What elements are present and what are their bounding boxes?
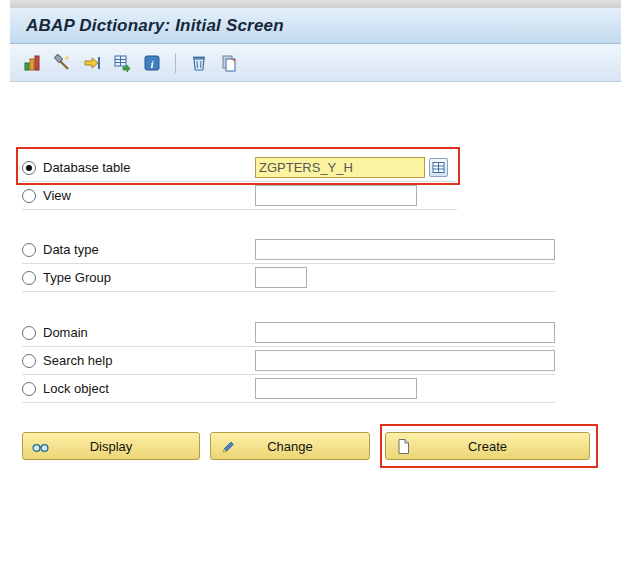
- label-lock-object: Lock object: [43, 381, 109, 396]
- search-help-input[interactable]: [255, 350, 555, 371]
- lock-object-input[interactable]: [255, 378, 417, 399]
- create-button[interactable]: Create: [385, 432, 590, 460]
- radio-lock-object[interactable]: [22, 382, 36, 396]
- radio-domain[interactable]: [22, 326, 36, 340]
- change-button-label: Change: [211, 433, 369, 459]
- table-arrow-icon[interactable]: [110, 51, 134, 75]
- type-group-input[interactable]: [255, 267, 307, 288]
- row-data-type: Data type: [22, 236, 555, 264]
- page-title: ABAP Dictionary: Initial Screen: [26, 16, 284, 36]
- row-search-help: Search help: [22, 347, 555, 375]
- copy-icon[interactable]: [217, 51, 241, 75]
- trash-icon[interactable]: [187, 51, 211, 75]
- label-view: View: [43, 188, 71, 203]
- window-edge: [10, 0, 621, 8]
- label-domain: Domain: [43, 325, 88, 340]
- view-input[interactable]: [255, 185, 417, 206]
- create-button-label: Create: [386, 433, 589, 459]
- radio-database-table[interactable]: [22, 161, 36, 175]
- hammer-wrench-icon[interactable]: [50, 51, 74, 75]
- toolbar-separator: [175, 53, 176, 73]
- application-toolbar: i: [10, 44, 621, 82]
- row-database-table: Database table: [22, 154, 457, 182]
- label-type-group: Type Group: [43, 270, 111, 285]
- matchcode-button[interactable]: [429, 158, 448, 177]
- titlebar: ABAP Dictionary: Initial Screen: [10, 8, 621, 44]
- colored-blocks-icon[interactable]: [20, 51, 44, 75]
- label-database-table: Database table: [43, 160, 130, 175]
- row-domain: Domain: [22, 319, 555, 347]
- radio-view[interactable]: [22, 189, 36, 203]
- database-table-input[interactable]: [255, 157, 425, 178]
- row-view: View: [22, 182, 457, 210]
- row-type-group: Type Group: [22, 264, 555, 292]
- label-data-type: Data type: [43, 242, 99, 257]
- arrow-export-icon[interactable]: [80, 51, 104, 75]
- domain-input[interactable]: [255, 322, 555, 343]
- label-search-help: Search help: [43, 353, 112, 368]
- row-lock-object: Lock object: [22, 375, 555, 403]
- radio-search-help[interactable]: [22, 354, 36, 368]
- display-button-label: Display: [23, 433, 199, 459]
- radio-data-type[interactable]: [22, 243, 36, 257]
- data-type-input[interactable]: [255, 239, 555, 260]
- info-icon[interactable]: i: [140, 51, 164, 75]
- radio-type-group[interactable]: [22, 271, 36, 285]
- change-button[interactable]: Change: [210, 432, 370, 460]
- display-button[interactable]: Display: [22, 432, 200, 460]
